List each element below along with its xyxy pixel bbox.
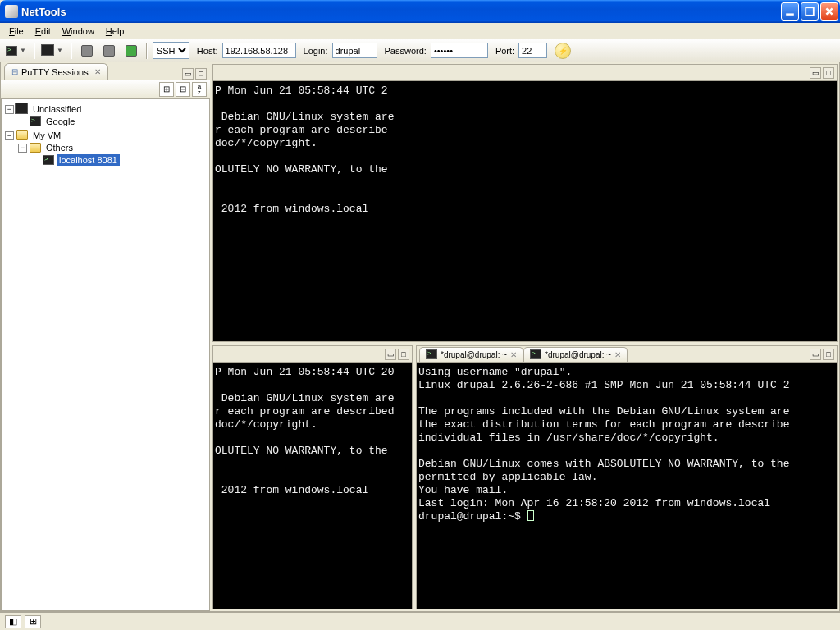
tree-node-localhost[interactable]: localhost 8081 [31,154,208,166]
terminal-pane-top: ▭ □ P Mon Jun 21 05:58:44 UTC 2 Debian G… [212,64,838,342]
terminal-icon [43,155,54,165]
tree-node-unclassified[interactable]: − Unclassified [5,103,208,115]
pane-max-button[interactable]: □ [823,67,834,79]
terminal-output[interactable]: Using username "drupal". Linux drupal 2.… [417,363,837,609]
content-area: ⊟ PuTTY Sessions ✕ ▭ □ ⊞ ⊟ az − Unclassi… [0,62,840,612]
port-input[interactable] [518,43,547,58]
generic-icon [126,45,137,57]
sessions-icon [16,104,28,114]
terminal-pane-bottom-left: ▭ □ P Mon Jun 21 05:58:44 UTC 20 Debian … [212,345,413,609]
sidebar: ⊟ PuTTY Sessions ✕ ▭ □ ⊞ ⊟ az − Unclassi… [1,62,212,611]
terminal-icon [426,349,437,359]
tree-label: Others [43,142,75,153]
generic-icon [103,45,115,57]
menu-window[interactable]: Window [57,25,100,38]
tree-label: localhost 8081 [57,154,120,166]
terminal-icon [530,349,541,359]
host-input[interactable] [222,43,296,58]
window-title: NetTools [21,6,781,18]
port-label: Port: [495,46,514,56]
tab-label: *drupal@drupal: ~ [545,350,611,359]
terminal-output[interactable]: P Mon Jun 21 05:58:44 UTC 2 Debian GNU/L… [213,81,837,341]
tree-label: Unclassified [30,103,84,115]
protocol-select[interactable]: SSH [153,42,189,59]
collapse-icon[interactable]: − [5,105,14,114]
status-bar: ◧ ⊞ [0,612,840,630]
editor-area: ▭ □ P Mon Jun 21 05:58:44 UTC 2 Debian G… [212,62,839,611]
connect-button[interactable]: ⚡ [555,43,571,59]
separator [146,43,148,59]
pane-tabbar: ▭ □ [213,346,412,363]
separator [71,43,72,59]
sort-button[interactable]: az [192,82,207,97]
menu-bar: File Edit Window Help [0,23,840,39]
new-terminal-button[interactable]: ▼ [3,42,29,60]
pane-tabbar: ▭ □ [213,65,837,81]
terminal-pane-bottom-right: *drupal@drupal: ~ ✕ *drupal@drupal: ~ ✕ … [416,345,838,609]
terminal-icon [6,46,17,56]
maximize-button[interactable] [801,2,819,21]
sessions-button[interactable]: ▼ [40,42,66,60]
close-tab-icon[interactable]: ✕ [510,350,517,359]
password-input[interactable] [431,43,488,58]
tree-node-myvm[interactable]: − My VM [5,130,208,141]
folder-open-icon [30,143,41,153]
pane-max-button[interactable]: □ [398,349,409,360]
folder-open-icon [16,130,28,140]
menu-file[interactable]: File [3,25,30,38]
maximize-view-button[interactable]: □ [195,68,207,80]
close-tab-icon[interactable]: ✕ [94,67,101,76]
footer-button-1[interactable]: ◧ [5,615,21,628]
collapse-icon[interactable]: − [5,131,14,140]
login-label: Login: [304,46,328,56]
menu-help[interactable]: Help [100,25,130,38]
host-label: Host: [197,46,218,56]
pane-tabbar: *drupal@drupal: ~ ✕ *drupal@drupal: ~ ✕ … [417,346,837,363]
pane-min-button[interactable]: ▭ [810,349,821,360]
pane-min-button[interactable]: ▭ [385,349,396,360]
close-tab-icon[interactable]: ✕ [614,350,621,359]
tool-button-2[interactable] [99,42,119,60]
tree-node-others[interactable]: − Others [18,142,208,153]
session-tree[interactable]: − Unclassified Google − [1,98,210,611]
pane-max-button[interactable]: □ [823,349,834,360]
tab-label: *drupal@drupal: ~ [441,350,507,359]
footer-button-2[interactable]: ⊞ [25,615,41,628]
collapse-all-button[interactable]: ⊟ [176,82,190,97]
pane-min-button[interactable]: ▭ [810,67,821,79]
terminal-output[interactable]: P Mon Jun 21 05:58:44 UTC 20 Debian GNU/… [213,363,412,609]
app-icon [5,5,18,18]
svg-rect-0 [786,13,794,15]
generic-icon [81,45,93,57]
sidebar-tab-label: PuTTY Sessions [21,67,89,77]
tree-node-google[interactable]: Google [18,116,208,127]
close-button[interactable] [820,2,838,21]
minimize-button[interactable] [781,2,799,21]
login-input[interactable] [332,43,377,58]
menu-edit[interactable]: Edit [30,25,57,38]
expand-all-button[interactable]: ⊞ [159,82,174,97]
svg-rect-1 [806,7,814,16]
sidebar-toolbar: ⊞ ⊟ az [1,80,210,98]
cursor-icon [527,510,534,521]
tree-label: Google [43,116,77,127]
sidebar-tab-row: ⊟ PuTTY Sessions ✕ ▭ □ [1,62,210,80]
minimize-view-button[interactable]: ▭ [182,68,194,80]
terminal-icon [30,116,41,126]
connect-icon: ⚡ [559,47,568,55]
terminal-tab-2[interactable]: *drupal@drupal: ~ ✕ [523,347,628,362]
title-bar: NetTools [0,0,840,23]
sidebar-tab-putty-sessions[interactable]: ⊟ PuTTY Sessions ✕ [4,63,108,80]
tool-button-1[interactable] [77,42,97,60]
tree-icon: ⊟ [11,67,18,76]
terminal-tab-1[interactable]: *drupal@drupal: ~ ✕ [419,347,523,362]
separator [34,43,35,59]
collapse-icon[interactable]: − [18,144,27,153]
sessions-icon [43,46,54,56]
password-label: Password: [385,46,427,56]
tool-button-3[interactable] [121,42,141,60]
toolbar: ▼ ▼ SSH Host: Login: Password: Port: ⚡ [0,39,840,62]
tree-label: My VM [30,130,63,141]
